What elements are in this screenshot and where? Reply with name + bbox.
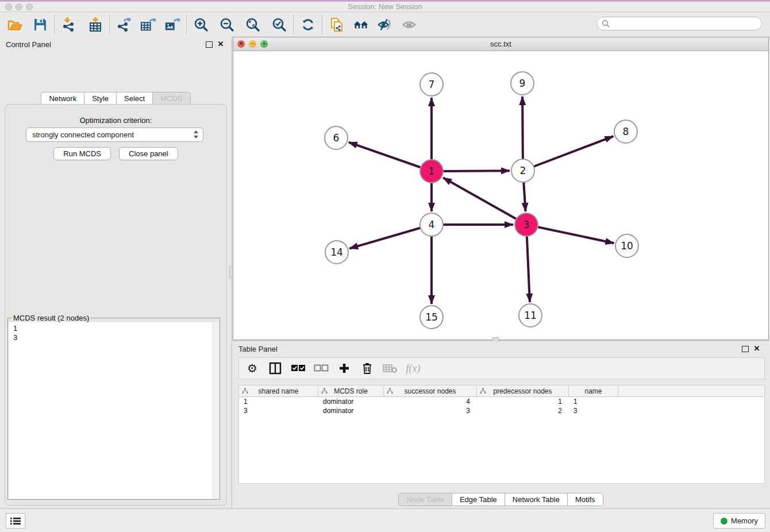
toolbar-separator (293, 15, 294, 34)
graph-node-label: 15 (425, 311, 438, 323)
search-input[interactable] (613, 19, 761, 29)
import-network-icon[interactable] (61, 17, 77, 33)
table-row[interactable]: 1 dominator 4 1 1 (239, 397, 764, 406)
hide-selected-icon[interactable] (377, 17, 393, 33)
graph-node-label: 9 (519, 78, 526, 89)
column-header-name[interactable]: name (569, 385, 618, 396)
graph-node-label: 11 (524, 310, 537, 321)
main-toolbar (0, 12, 770, 37)
cell-predecessor-nodes[interactable]: 1 (477, 397, 569, 406)
cell-shared-name[interactable]: 3 (239, 406, 318, 415)
unselect-all-columns-icon[interactable] (314, 361, 329, 376)
import-table-icon[interactable] (87, 17, 103, 33)
cell-name[interactable]: 1 (569, 397, 618, 406)
export-table-icon[interactable] (140, 17, 156, 33)
graph-edge-1-6[interactable] (349, 142, 432, 171)
table-tabs: Node Table Edge Table Network Table Moti… (233, 493, 769, 506)
toolbar-separator (109, 15, 110, 34)
column-header-successor-nodes[interactable]: successor nodes (384, 385, 477, 396)
select-all-columns-icon[interactable] (291, 361, 306, 376)
function-builder-icon[interactable]: f(x) (406, 361, 421, 376)
graph-node-label: 10 (621, 240, 633, 252)
run-mcds-button[interactable]: Run MCDS (53, 147, 111, 160)
graph-edge-3-10[interactable] (526, 225, 614, 243)
graph-edge-4-14[interactable] (349, 225, 432, 249)
graph-edge-2-8[interactable] (523, 136, 613, 171)
cell-shared-name[interactable]: 1 (239, 397, 318, 406)
show-all-icon[interactable] (401, 17, 417, 33)
graph-node-1[interactable]: 1 (420, 160, 443, 183)
control-panel-tabs: Network Style Select MCDS (0, 92, 232, 105)
close-panel-button[interactable]: Close panel (119, 147, 178, 160)
search-icon (602, 20, 610, 28)
settings-gear-icon[interactable]: ⚙ (245, 361, 260, 376)
memory-button[interactable]: Memory (713, 513, 765, 529)
cell-successor-nodes[interactable]: 4 (384, 397, 477, 406)
network-canvas[interactable]: 7968124314101511 (233, 51, 768, 340)
network-frame-titlebar[interactable]: ✕ − + scc.txt (233, 37, 768, 51)
zoom-in-icon[interactable] (193, 17, 209, 33)
cell-name[interactable]: 3 (569, 406, 618, 415)
export-image-icon[interactable] (164, 17, 180, 33)
column-header-shared-name[interactable]: shared name (239, 385, 318, 396)
cell-mcds-role[interactable]: dominator (318, 406, 384, 415)
tab-network-table[interactable]: Network Table (505, 493, 568, 506)
graph-node-6[interactable]: 6 (325, 126, 348, 149)
graph-node-3[interactable]: 3 (515, 213, 538, 236)
mcds-result-group: MCDS result (2 nodes) 1 3 (7, 318, 220, 500)
close-panel-icon[interactable]: ✕ (753, 345, 761, 353)
mcds-result-textarea[interactable]: 1 3 (9, 322, 213, 499)
cell-predecessor-nodes[interactable]: 2 (477, 406, 569, 415)
network-graph[interactable]: 7968124314101511 (233, 51, 768, 340)
graph-node-9[interactable]: 9 (511, 72, 534, 95)
refresh-layout-icon[interactable] (300, 17, 316, 33)
status-bar: Memory (0, 508, 770, 532)
first-neighbors-icon[interactable] (353, 17, 369, 33)
task-history-button[interactable] (6, 513, 25, 529)
toolbar-separator (322, 15, 323, 34)
criterion-select[interactable]: strongly connected component (26, 128, 203, 142)
zoom-out-icon[interactable] (219, 17, 235, 33)
duplicate-network-icon[interactable] (329, 17, 345, 33)
tab-node-table[interactable]: Node Table (398, 493, 452, 506)
open-session-icon[interactable] (7, 17, 23, 33)
tab-network[interactable]: Network (41, 92, 84, 105)
save-session-icon[interactable] (32, 17, 48, 33)
graph-edge-3-1[interactable] (443, 178, 526, 225)
zoom-selected-icon[interactable] (271, 17, 287, 33)
export-network-icon[interactable] (116, 17, 132, 33)
tab-edge-table[interactable]: Edge Table (452, 493, 505, 506)
column-header-mcds-role[interactable]: MCDS role (318, 385, 384, 396)
toolbar-separator (186, 15, 187, 34)
graph-node-15[interactable]: 15 (420, 306, 443, 329)
graph-node-14[interactable]: 14 (325, 241, 348, 264)
cell-mcds-role[interactable]: dominator (318, 397, 384, 406)
graph-node-2[interactable]: 2 (511, 159, 534, 182)
close-panel-icon[interactable]: ✕ (217, 40, 225, 48)
table-toolbar: ⚙ f(x) (238, 357, 765, 379)
add-column-icon[interactable] (337, 361, 352, 376)
delete-table-icon[interactable] (383, 361, 398, 376)
search-field[interactable] (596, 17, 762, 30)
graph-node-4[interactable]: 4 (420, 213, 443, 236)
table-row[interactable]: 3 dominator 3 2 3 (239, 406, 764, 415)
memory-label: Memory (731, 516, 758, 525)
graph-node-7[interactable]: 7 (420, 73, 443, 96)
column-header-predecessor-nodes[interactable]: predecessor nodes (477, 385, 569, 396)
split-panel-icon[interactable] (268, 361, 283, 376)
node-table: shared name MCDS role successor nodes pr… (238, 385, 765, 484)
zoom-fit-icon[interactable] (245, 17, 261, 33)
graph-node-8[interactable]: 8 (614, 120, 637, 143)
result-scrollbar[interactable] (213, 322, 219, 499)
float-panel-icon[interactable] (741, 346, 749, 354)
float-panel-icon[interactable] (205, 41, 213, 49)
delete-column-icon[interactable] (360, 361, 375, 376)
tab-motifs[interactable]: Motifs (568, 493, 603, 506)
cell-successor-nodes[interactable]: 3 (384, 406, 477, 415)
mcds-panel: Optimization criterion: strongly connect… (5, 104, 227, 506)
tab-style[interactable]: Style (84, 92, 117, 105)
graph-node-11[interactable]: 11 (519, 304, 542, 327)
tab-select[interactable]: Select (117, 92, 153, 105)
tab-mcds[interactable]: MCDS (153, 92, 190, 105)
graph-node-10[interactable]: 10 (615, 234, 638, 257)
